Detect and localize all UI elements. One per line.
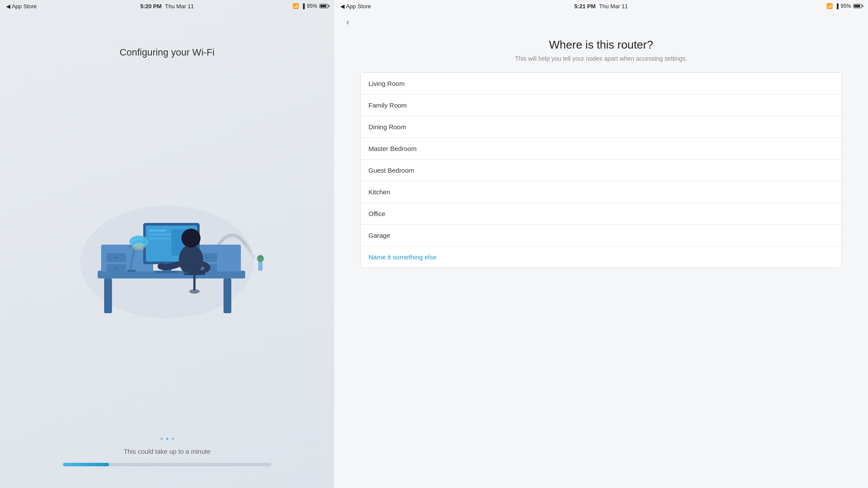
wifi-icon-right: 📶 xyxy=(826,3,833,9)
location-item-master-bedroom[interactable]: Master Bedroom xyxy=(361,138,842,160)
svg-rect-5 xyxy=(104,278,112,313)
location-item-living-room[interactable]: Living Room xyxy=(361,73,842,95)
page-subtitle: This will help you tell your nodes apart… xyxy=(360,55,842,62)
app-store-back-left[interactable]: ◀ App Store xyxy=(6,3,37,10)
left-panel: ◀ App Store 5:20 PM Thu Mar 11 📶 ▐ 95% C… xyxy=(0,0,334,488)
battery-pct-right: 95% xyxy=(841,3,851,9)
status-bar-right: ◀ App Store 5:21 PM Thu Mar 11 📶 ▐ 95% xyxy=(334,0,868,12)
page-title: Where is this router? xyxy=(360,38,842,52)
svg-rect-37 xyxy=(154,272,189,274)
location-item-kitchen[interactable]: Kitchen xyxy=(361,181,842,203)
progress-bar xyxy=(63,463,271,466)
svg-point-33 xyxy=(179,245,203,275)
svg-rect-28 xyxy=(127,270,136,272)
status-bar-left-left: ◀ App Store xyxy=(6,3,37,10)
signal-icon-left: ▐ xyxy=(301,3,305,9)
wifi-icon-left: 📶 xyxy=(293,3,299,9)
time-left: 5:20 PM xyxy=(140,3,161,10)
svg-point-32 xyxy=(189,289,200,294)
status-bar-left: ◀ App Store 5:20 PM Thu Mar 11 📶 ▐ 95% xyxy=(0,0,334,12)
status-bar-right-left: ◀ App Store xyxy=(340,3,371,10)
app-store-back-right[interactable]: ◀ App Store xyxy=(340,3,371,10)
status-bar-left-right: 📶 ▐ 95% xyxy=(293,3,328,9)
dot-2 xyxy=(166,438,168,440)
battery-icon-left xyxy=(319,4,328,8)
svg-rect-22 xyxy=(149,234,175,236)
svg-rect-23 xyxy=(149,238,171,239)
signal-icon-right: ▐ xyxy=(835,3,838,9)
svg-rect-6 xyxy=(224,278,231,313)
svg-rect-11 xyxy=(115,268,118,269)
location-item-name-it-something-else[interactable]: Name it something else xyxy=(361,246,842,268)
svg-rect-10 xyxy=(115,257,118,259)
location-item-office[interactable]: Office xyxy=(361,203,842,225)
progress-bar-fill xyxy=(63,463,109,466)
wifi-setup-illustration xyxy=(63,162,271,327)
bottom-section: This could take up to a minute xyxy=(0,439,334,488)
svg-point-34 xyxy=(181,229,201,248)
right-content: Where is this router? This will help you… xyxy=(334,29,868,488)
illustration-area xyxy=(63,49,271,439)
location-item-guest-bedroom[interactable]: Guest Bedroom xyxy=(361,160,842,181)
right-panel: ◀ App Store 5:21 PM Thu Mar 11 📶 ▐ 95% ‹… xyxy=(334,0,868,488)
location-list: Living RoomFamily RoomDining RoomMaster … xyxy=(360,72,842,268)
svg-rect-21 xyxy=(149,229,166,232)
location-item-dining-room[interactable]: Dining Room xyxy=(361,116,842,138)
location-item-family-room[interactable]: Family Room xyxy=(361,95,842,116)
time-right: 5:21 PM xyxy=(574,3,595,10)
battery-icon-right xyxy=(853,4,862,8)
location-item-garage[interactable]: Garage xyxy=(361,225,842,246)
dot-1 xyxy=(161,438,163,440)
page-dots xyxy=(161,438,174,440)
status-bar-right-right: 📶 ▐ 95% xyxy=(826,3,862,9)
svg-rect-15 xyxy=(206,257,209,259)
svg-point-27 xyxy=(132,243,145,250)
date-left: Thu Mar 11 xyxy=(165,3,194,10)
date-right: Thu Mar 11 xyxy=(599,3,628,10)
dot-3 xyxy=(172,438,174,440)
progress-hint-text: This could take up to a minute xyxy=(124,448,210,455)
battery-pct-left: 95% xyxy=(307,3,317,9)
back-button[interactable]: ‹ xyxy=(340,14,355,29)
